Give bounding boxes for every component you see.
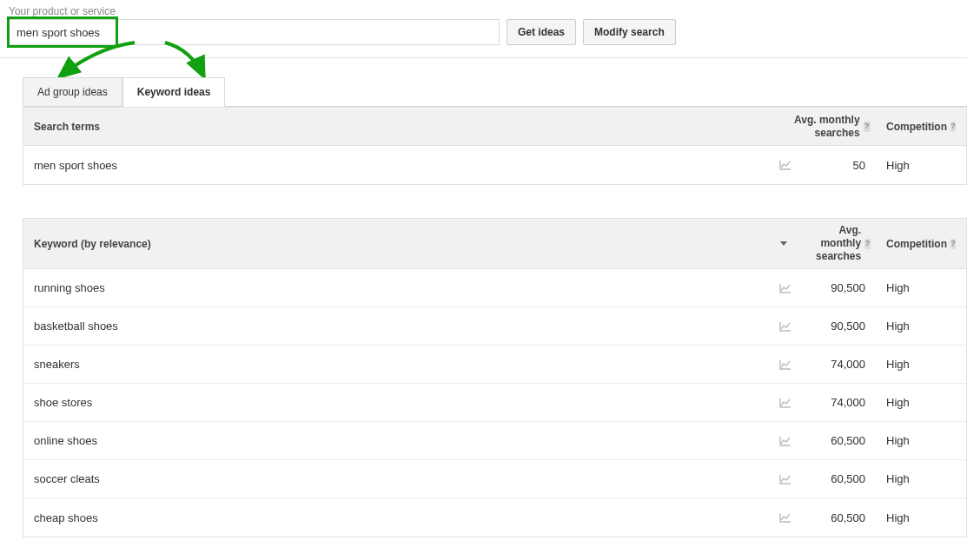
avg-monthly-searches-cell: 74,000	[796, 349, 876, 379]
keyword-cell[interactable]: cheap shoes	[23, 503, 775, 533]
avg-monthly-searches-cell: 74,000	[796, 387, 876, 418]
search-label: Your product or service	[9, 5, 967, 17]
avg-monthly-searches-cell: 90,500	[796, 273, 876, 303]
trend-chart-icon[interactable]	[775, 436, 796, 446]
col-header-avg-monthly-searches[interactable]: Avg. monthly searches ?	[775, 108, 876, 145]
competition-cell: High	[876, 349, 966, 379]
trend-chart-icon[interactable]	[775, 512, 796, 523]
competition-cell: High	[876, 503, 966, 533]
content: Ad group ideas Keyword ideas Search term…	[0, 58, 967, 537]
trend-chart-icon[interactable]	[775, 321, 796, 332]
top-bar: Get ideas Modify search	[0, 19, 967, 58]
competition-cell: High	[876, 387, 966, 418]
table-row: basketball shoes90,500High	[23, 307, 966, 346]
trend-chart-icon[interactable]	[775, 160, 796, 170]
avg-monthly-searches-cell: 90,500	[796, 311, 876, 341]
search-terms-body: men sport shoes50High	[23, 146, 966, 184]
search-input[interactable]	[9, 19, 500, 45]
keyword-cell[interactable]: soccer cleats	[23, 464, 775, 494]
table-row: soccer cleats60,500High	[23, 460, 966, 498]
header-competition-label: Competition	[886, 121, 947, 133]
help-icon[interactable]: ?	[864, 122, 871, 132]
col-header-search-terms[interactable]: Search terms	[23, 108, 775, 145]
competition-cell: High	[876, 425, 966, 456]
table-row: men sport shoes50High	[23, 146, 966, 184]
col-header-competition[interactable]: Competition ?	[876, 108, 966, 145]
help-icon[interactable]: ?	[950, 239, 956, 249]
get-ideas-button[interactable]: Get ideas	[507, 19, 576, 45]
keyword-cell[interactable]: sneakers	[23, 349, 775, 379]
trend-chart-icon[interactable]	[775, 474, 796, 484]
search-terms-header-row: Search terms Avg. monthly searches ? Com…	[23, 108, 966, 146]
search-wrap	[9, 19, 500, 45]
table-row: online shoes60,500High	[23, 422, 966, 460]
col-header-avg-monthly-searches[interactable]: Avg. monthly searches ?	[775, 219, 876, 268]
avg-monthly-searches-cell: 60,500	[796, 425, 876, 456]
keyword-ideas-body: running shoes90,500Highbasketball shoes9…	[23, 269, 966, 537]
trend-chart-icon[interactable]	[775, 359, 796, 370]
table-row: sneakers74,000High	[23, 346, 966, 384]
avg-monthly-searches-cell: 50	[796, 150, 876, 181]
competition-cell: High	[876, 464, 966, 494]
avg-monthly-searches-cell: 60,500	[796, 464, 876, 494]
sort-caret-down-icon	[780, 241, 787, 246]
keyword-cell[interactable]: men sport shoes	[23, 150, 775, 181]
tabs: Ad group ideas Keyword ideas	[23, 77, 967, 107]
help-icon[interactable]: ?	[950, 122, 956, 132]
keyword-cell[interactable]: running shoes	[23, 273, 775, 303]
trend-chart-icon[interactable]	[775, 283, 796, 293]
search-terms-table: Search terms Avg. monthly searches ? Com…	[23, 107, 967, 185]
table-row: cheap shoes60,500High	[23, 498, 966, 537]
keyword-cell[interactable]: online shoes	[23, 425, 775, 456]
help-icon[interactable]: ?	[864, 239, 871, 249]
table-row: shoe stores74,000High	[23, 384, 966, 422]
competition-cell: High	[876, 150, 966, 181]
keyword-cell[interactable]: shoe stores	[23, 387, 775, 418]
col-header-competition[interactable]: Competition ?	[876, 219, 966, 268]
keyword-ideas-table: Keyword (by relevance) Avg. monthly sear…	[23, 218, 967, 537]
header-avg-monthly-searches-label: Avg. monthly searches	[796, 224, 861, 263]
competition-cell: High	[876, 273, 966, 303]
modify-search-button[interactable]: Modify search	[583, 19, 676, 45]
avg-monthly-searches-cell: 60,500	[796, 503, 876, 533]
tab-ad-group-ideas[interactable]: Ad group ideas	[23, 77, 123, 106]
header-avg-monthly-searches-label: Avg. monthly searches	[780, 114, 860, 140]
col-header-keyword-relevance[interactable]: Keyword (by relevance)	[23, 219, 775, 268]
table-row: running shoes90,500High	[23, 269, 966, 307]
competition-cell: High	[876, 311, 966, 341]
keyword-ideas-header-row: Keyword (by relevance) Avg. monthly sear…	[23, 219, 966, 269]
tab-keyword-ideas[interactable]: Keyword ideas	[123, 77, 226, 107]
trend-chart-icon[interactable]	[775, 398, 796, 408]
keyword-cell[interactable]: basketball shoes	[23, 311, 775, 341]
header-competition-label: Competition	[886, 238, 947, 250]
